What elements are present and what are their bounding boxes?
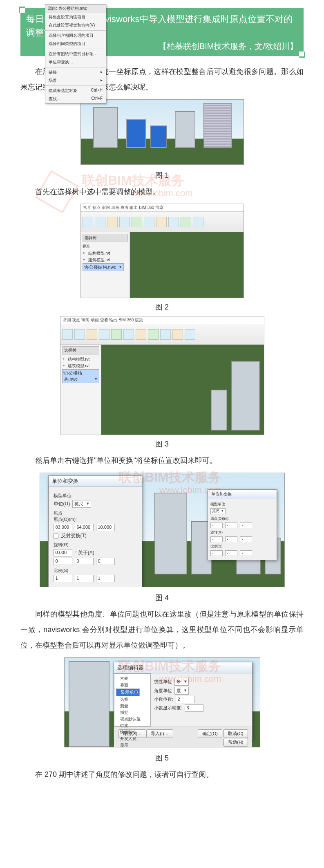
ctx-item[interactable]: 场景▸ — [45, 76, 106, 85]
options-main-panel: 线性单位 米 角度单位 度 小数位数: 2 小数显示精度: 3 — [151, 673, 252, 727]
ctx-item[interactable]: 隐藏未选定对象Ctrl+H — [45, 87, 106, 95]
viewport[interactable] — [101, 345, 264, 435]
tree-title: 选择树 — [83, 234, 128, 242]
tree-item[interactable]: 结构模型.rvt — [83, 250, 128, 257]
opt-tree-item[interactable]: 视点默认值 — [116, 716, 149, 722]
opt-tree-item[interactable]: 链接 — [116, 722, 149, 729]
opt-tree-item[interactable]: 测量 — [116, 703, 149, 709]
ribbon-tabs[interactable]: 常用 视点 审阅 动画 查看 输出 BIM 360 渲染 — [60, 316, 264, 324]
paragraph-4: 同样的模型其他角度、单位问题也可以在这里改（但是注意与原来模型的单位保持一致，n… — [20, 607, 304, 653]
tree-mode[interactable]: 标准 — [83, 244, 128, 249]
linear-unit-select[interactable]: 米 — [174, 678, 189, 686]
origin-y-input[interactable]: 64.000 — [75, 524, 94, 531]
ctx-item[interactable]: 链接▸ — [45, 68, 106, 76]
viewport[interactable] — [130, 232, 244, 298]
reflect-label: 反射变换(T) — [61, 532, 87, 539]
ribbon-toolbar[interactable] — [60, 324, 264, 345]
linear-unit-label: 线性单位 — [154, 679, 172, 685]
paragraph-3: 然后单击右键选择"单位和变换"将坐标位置改回来即可。 — [20, 453, 304, 469]
ribbon-toolbar[interactable] — [81, 212, 244, 232]
rot-z-input[interactable]: 0 — [96, 558, 115, 565]
decimals-label: 小数位数: — [154, 696, 173, 702]
group-label-scale: 比例(S) — [54, 567, 137, 574]
options-editor-dialog: 选项编辑器 常规 界面 显示单位 选择 测量 捕捉 视点默认值 链接 快捷特性 … — [114, 662, 252, 740]
opt-tree-item[interactable]: 开发人员 — [116, 736, 149, 742]
group-label-rotate: 旋转(R) — [54, 542, 137, 548]
dialog-title: 选项编辑器 — [114, 662, 252, 673]
figure-4: 单位和变换 模型单位 单位(U) 英尺 原点 原点(O)(m): 83.000 … — [20, 473, 304, 589]
units-transform-dialog-mini: 单位和变换 模型单位 英尺 原点(O)(m): --- 旋转(R) --- 比例… — [208, 489, 277, 560]
origin-label: 原点(O)(m): — [54, 516, 137, 523]
origin-x-input[interactable]: 83.000 — [54, 524, 72, 531]
rot-y-input[interactable]: 0 — [75, 558, 94, 565]
figure-4-caption: 图 4 — [20, 593, 304, 603]
angular-unit-select[interactable]: 度 — [174, 687, 189, 695]
figure-3-caption: 图 3 — [20, 439, 304, 449]
opt-tree-item[interactable]: 选择 — [116, 696, 149, 703]
ctx-item[interactable]: 在此处设置视觉和方向(V) — [45, 21, 106, 29]
options-tree[interactable]: 常规 界面 显示单位 选择 测量 捕捉 视点默认值 链接 快捷特性 开发人员 显… — [114, 673, 151, 727]
origin-z-input[interactable]: 10.000 — [96, 524, 115, 531]
opt-tree-item[interactable]: 显示 — [116, 742, 149, 747]
reflect-checkbox[interactable] — [54, 534, 58, 538]
precision-label: 小数显示精度: — [154, 705, 182, 711]
angular-unit-label: 角度单位 — [154, 688, 172, 694]
ribbon-tabs[interactable]: 常用 视点 审阅 动画 查看 输出 BIM 360 渲染 — [81, 204, 244, 212]
precision-input[interactable]: 3 — [185, 704, 203, 712]
selection-tree-panel[interactable]: 选择树 标准 结构模型.rvt 建筑模型.rvt 办公楼结构.nwc — [81, 232, 130, 298]
ctx-item-units-transform[interactable]: 单位和变换… — [45, 58, 106, 66]
ok-button[interactable]: 确定(O) — [198, 729, 222, 738]
opt-tree-item[interactable]: 捕捉 — [116, 709, 149, 716]
help-button[interactable]: 帮助(H) — [223, 738, 248, 747]
units-transform-dialog: 单位和变换 模型单位 单位(U) 英尺 原点 原点(O)(m): 83.000 … — [48, 475, 142, 587]
tree-item-selected[interactable]: 办公楼结构.nwc — [62, 369, 99, 383]
ctx-item[interactable]: 查找…Ctrl+F — [45, 95, 106, 103]
figure-2: 常用 视点 审阅 动画 查看 输出 BIM 360 渲染 选择树 标准 结构模型… — [20, 204, 304, 298]
ctx-item[interactable]: 将焦点设置为该项目 — [45, 13, 106, 21]
rotation-about-label: ° 关于(A) — [75, 550, 94, 556]
ctx-header: 源自: 办公楼结构.nwc — [45, 4, 106, 13]
import-button[interactable]: 导入(I)… — [146, 729, 173, 738]
figure-5: 选项编辑器 常规 界面 显示单位 选择 测量 捕捉 视点默认值 链接 快捷特性 … — [20, 657, 304, 749]
decimals-input[interactable]: 2 — [176, 696, 194, 703]
dialog-title: 单位和变换 — [208, 490, 277, 499]
paragraph-5: 在 270 期中讲述了角度的修改问题，读者可自行查阅。 — [20, 767, 304, 783]
dialog-title: 单位和变换 — [49, 476, 142, 487]
unit-label: 单位(U) — [54, 500, 70, 507]
scale-y-input[interactable]: 1 — [75, 575, 94, 582]
opt-tree-item-selected[interactable]: 显示单位 — [116, 689, 140, 696]
cancel-button[interactable]: 取消(C) — [223, 729, 248, 738]
tree-title: 选择树 — [62, 346, 99, 354]
figure-5-caption: 图 5 — [20, 753, 304, 763]
figure-3: 常用 视点 审阅 动画 查看 输出 BIM 360 渲染 选择树 结构模型.rv… — [20, 316, 304, 435]
selection-tree-panel[interactable]: 选择树 结构模型.rvt 建筑模型.rvt 办公楼结构.nwc — [60, 345, 101, 435]
ctx-item[interactable]: 选择包含相同名词的项目 — [45, 31, 106, 40]
context-menu: 源自: 办公楼结构.nwc 将焦点设置为该项目 在此处设置视觉和方向(V) 选择… — [45, 4, 106, 103]
rot-x-input[interactable]: 0 — [54, 558, 72, 565]
group-label-unit: 模型单位 — [54, 493, 137, 499]
scale-x-input[interactable]: 1 — [54, 575, 72, 582]
tree-item[interactable]: 建筑模型.rvt — [83, 257, 128, 263]
figure-2-caption: 图 2 — [20, 302, 304, 312]
rotation-input[interactable]: 0.000 — [54, 549, 72, 556]
opt-tree-item[interactable]: 界面 — [116, 682, 149, 689]
unit-select[interactable]: 英尺 — [72, 500, 91, 508]
opt-tree-item[interactable]: 快捷特性 — [116, 729, 149, 736]
ctx-item[interactable]: 选择相同类型的项目 — [45, 40, 106, 48]
opt-tree-item[interactable]: 常规 — [116, 675, 149, 682]
tree-item[interactable]: 结构模型.rvt — [62, 356, 99, 363]
figure-1: 联创BIM技术服务 www.lcbim.com — [20, 99, 304, 166]
group-label-origin: 原点 — [54, 510, 137, 516]
tree-item-selected[interactable]: 办公楼结构.nwc — [83, 263, 124, 271]
tree-item[interactable]: 建筑模型.rvt — [62, 363, 99, 369]
ctx-item[interactable]: 在所有图纸中查找目标项… — [45, 50, 106, 58]
scale-z-input[interactable]: 1 — [96, 575, 115, 582]
